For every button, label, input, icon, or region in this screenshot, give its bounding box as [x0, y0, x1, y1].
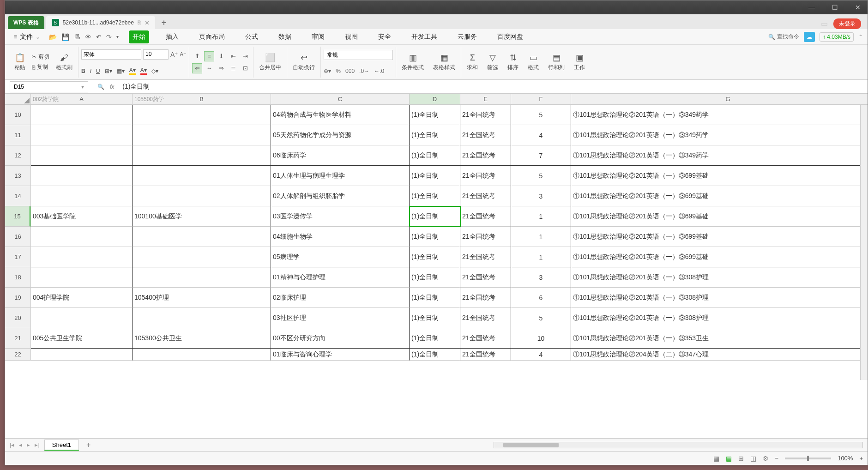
font-size-select[interactable]: 10 [143, 49, 169, 60]
filter-button[interactable]: ▽筛选 [484, 47, 501, 78]
tab-review[interactable]: 审阅 [308, 30, 328, 43]
cell[interactable]: (1)全日制 [410, 145, 460, 166]
namebox-dropdown-icon[interactable]: ▾ [81, 84, 84, 90]
cell[interactable] [133, 166, 271, 186]
cell[interactable]: (1)全日制 [410, 308, 460, 328]
cell[interactable]: 1 [511, 206, 571, 227]
percent-icon[interactable]: % [336, 68, 341, 74]
highlight-button[interactable]: A▾ [129, 67, 136, 75]
sort-button[interactable]: ⇅排序 [505, 47, 521, 78]
cell[interactable]: 5 [511, 105, 571, 125]
cell[interactable]: 105400护理 [133, 288, 271, 308]
sheet-nav-prev-icon[interactable]: ◂ [19, 441, 22, 448]
cell[interactable]: (1)全日制 [410, 288, 460, 308]
open-icon[interactable]: 📂 [49, 33, 57, 41]
cell[interactable]: 1 [511, 247, 571, 267]
sheet-nav-next-icon[interactable]: ▸ [27, 441, 30, 448]
cell[interactable]: ①101思想政治理论②201英语（一）③308护理 [571, 288, 868, 308]
zoom-in-button[interactable]: + [859, 455, 863, 462]
cell[interactable]: ①101思想政治理论②201英语（一）③699基础 [571, 206, 868, 227]
row-header-14[interactable]: 14 [5, 186, 30, 206]
font-name-select[interactable]: 宋体 [81, 49, 141, 60]
distribute-icon[interactable]: ⊡ [240, 63, 250, 73]
copy-button[interactable]: ⎘复制 [30, 62, 51, 72]
rowcol-button[interactable]: ▤行和列 [545, 47, 567, 78]
login-button[interactable]: 未登录 [833, 18, 861, 29]
cell[interactable] [31, 125, 133, 145]
cell[interactable] [133, 145, 271, 166]
fx-icon[interactable]: fx [110, 84, 114, 90]
cell[interactable]: 05病理学 [271, 247, 410, 267]
cell[interactable]: 21全国统考 [460, 145, 511, 166]
cell[interactable]: ①101思想政治理论②201英语（一）③349药学 [571, 145, 868, 166]
cell[interactable]: 21全国统考 [460, 105, 511, 125]
tab-data[interactable]: 数据 [275, 30, 295, 43]
cell[interactable]: 21全国统考 [460, 308, 511, 328]
cell[interactable]: (1)全日制 [410, 105, 460, 125]
cell[interactable] [31, 227, 133, 247]
layout-mode-icon[interactable]: ▭ [821, 19, 828, 28]
save-icon[interactable]: 💾 [61, 33, 69, 41]
cell[interactable] [133, 349, 271, 361]
cell[interactable] [133, 247, 271, 267]
align-bottom-icon[interactable]: ⬇ [216, 51, 226, 61]
cell[interactable]: 004护理学院 [31, 288, 133, 308]
cloud-sync-button[interactable]: ☁ [804, 32, 815, 42]
horizontal-scrollbar[interactable] [494, 442, 863, 448]
cell[interactable] [133, 308, 271, 328]
justify-icon[interactable]: ≣ [228, 63, 238, 73]
sheet-nav-last-icon[interactable]: ▸| [35, 441, 39, 448]
cell[interactable]: 3 [511, 267, 571, 288]
tab-cloud[interactable]: 云服务 [454, 30, 481, 43]
increase-indent-icon[interactable]: ⇥ [240, 51, 250, 61]
clear-format-button[interactable]: ◇▾ [151, 68, 158, 74]
row-header-12[interactable]: 12 [5, 145, 30, 166]
cell[interactable]: (1)全日制 [410, 206, 460, 227]
cell[interactable]: 4 [511, 349, 571, 361]
cell[interactable]: 03医学遗传学 [271, 206, 410, 227]
tab-dev[interactable]: 开发工具 [408, 30, 441, 43]
number-format-select[interactable]: 常规 [324, 50, 393, 60]
cell[interactable]: 21全国统考 [460, 125, 511, 145]
cell[interactable]: 5 [511, 166, 571, 186]
cell[interactable] [31, 186, 133, 206]
align-center-icon[interactable]: ↔ [204, 63, 214, 73]
cell[interactable] [31, 267, 133, 288]
row-header-20[interactable]: 20 [5, 308, 30, 328]
row-header-17[interactable]: 17 [5, 247, 30, 267]
cell[interactable] [31, 349, 133, 361]
cell[interactable]: (1)全日制 [410, 267, 460, 288]
cell[interactable]: ①101思想政治理论②201英语（一）③699基础 [571, 166, 868, 186]
tab-insert[interactable]: 插入 [162, 30, 182, 43]
increase-font-icon[interactable]: A⁺ [170, 51, 178, 58]
increase-decimal-icon[interactable]: .0→ [359, 68, 369, 74]
cell[interactable]: ①101思想政治理论②201英语（一）③308护理 [571, 308, 868, 328]
file-menu-button[interactable]: ≡ 文件 ⌄ [10, 30, 44, 43]
worksheet-button[interactable]: ▣工作 [571, 47, 588, 78]
cell[interactable]: 02人体解剖与组织胚胎学 [271, 186, 410, 206]
formula-input[interactable]: (1)全日制 [119, 83, 868, 91]
cell[interactable]: 05天然药物化学成分与资源 [271, 125, 410, 145]
underline-button[interactable]: U [96, 68, 100, 74]
cell[interactable] [133, 186, 271, 206]
cell[interactable]: 00不区分研究方向 [271, 328, 410, 349]
gear-icon[interactable]: ⚙ [763, 455, 769, 462]
reading-mode-icon[interactable]: ◫ [750, 455, 756, 462]
cell[interactable]: 21全国统考 [460, 166, 511, 186]
cell[interactable]: ①101思想政治理论②201英语（一）③699基础 [571, 186, 868, 206]
cell[interactable]: 005公共卫生学院 [31, 328, 133, 349]
align-right-icon[interactable]: ⇒ [216, 63, 226, 73]
cell[interactable] [133, 125, 271, 145]
cell[interactable]: (1)全日制 [410, 125, 460, 145]
cell[interactable]: 02临床护理 [271, 288, 410, 308]
maximize-button[interactable]: ☐ [828, 4, 842, 11]
cell[interactable]: ①101思想政治理论②201英语（一）③699基础 [571, 247, 868, 267]
row-header-15[interactable]: 15 [5, 206, 30, 227]
wrap-text-button[interactable]: ↩ 自动换行 [290, 52, 318, 72]
cell[interactable]: 105300公共卫生 [133, 328, 271, 349]
view-normal-icon[interactable]: ▦ [713, 455, 719, 462]
comma-icon[interactable]: 000 [345, 68, 355, 74]
tab-baidu[interactable]: 百度网盘 [494, 30, 527, 43]
column-header-C[interactable]: C [271, 94, 410, 104]
close-window-button[interactable]: ✕ [851, 4, 865, 11]
